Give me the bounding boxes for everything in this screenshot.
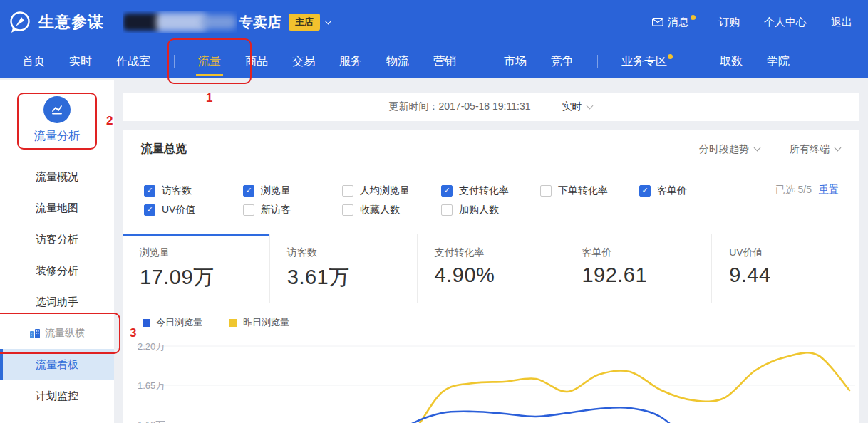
checkbox-checked-icon[interactable]: ✓ — [144, 185, 155, 197]
header-link-消息[interactable]: 消息 — [652, 16, 694, 29]
brand-logo[interactable]: 生意参谋 — [7, 9, 104, 35]
checkbox-checked-icon[interactable]: ✓ — [639, 185, 651, 197]
metric-label: 访客数 — [287, 246, 417, 259]
sidebar-item-装修分析[interactable]: 装修分析 — [0, 255, 114, 286]
filter-checkbox-支付转化率[interactable]: ✓支付转化率 — [441, 184, 540, 197]
nav-item-物流[interactable]: 物流 — [374, 44, 421, 78]
selected-count: 已选 5/5 — [775, 184, 812, 197]
header-link-个人中心[interactable]: 个人中心 — [764, 16, 807, 29]
filter-label: 收藏人数 — [360, 204, 400, 216]
nav-item-商品[interactable]: 商品 — [233, 44, 280, 78]
annotation-number-2: 2 — [106, 114, 113, 128]
sidebar-item-流量纵横[interactable]: 流量纵横 — [0, 318, 114, 349]
checkbox-unchecked-icon[interactable]: ✓ — [342, 185, 353, 197]
shop-switch-chevron-icon[interactable] — [325, 17, 332, 24]
nav-item-首页[interactable]: 首页 — [10, 44, 57, 78]
metric-value: 192.61 — [582, 263, 711, 287]
dropdown-分时段趋势[interactable]: 分时段趋势 — [699, 143, 760, 156]
nav-divider — [480, 55, 480, 68]
mail-icon — [652, 18, 663, 26]
nav-item-服务[interactable]: 服务 — [327, 44, 374, 78]
metric-value: 3.61万 — [287, 263, 417, 292]
header-link-订购[interactable]: 订购 — [718, 16, 740, 29]
filter-checkbox-浏览量[interactable]: ✓浏览量 — [243, 184, 342, 197]
metric-card-支付转化率[interactable]: 支付转化率4.90% — [418, 234, 565, 303]
compass-icon — [7, 9, 33, 35]
header-link-label: 订购 — [718, 16, 740, 29]
chevron-down-icon — [835, 145, 842, 152]
filter-checkbox-新访客[interactable]: ✓新访客 — [243, 204, 342, 216]
filter-checkbox-下单转化率[interactable]: ✓下单转化率 — [540, 184, 639, 197]
filter-row-2: ✓UV价值✓新访客✓收藏人数✓加购人数 — [144, 200, 840, 219]
nav-item-取数[interactable]: 取数 — [708, 44, 755, 78]
nav-item-交易[interactable]: 交易 — [280, 44, 327, 78]
checkbox-unchecked-icon[interactable]: ✓ — [243, 204, 254, 216]
nav-item-业务专区[interactable]: 业务专区 — [609, 44, 684, 78]
metric-label: 客单价 — [582, 246, 711, 259]
header-links: 消息订购个人中心退出 — [652, 16, 852, 29]
nav-item-学院[interactable]: 学院 — [755, 44, 802, 78]
traffic-overview-panel: 流量总览 分时段趋势所有终端 已选 5/5 重置 ✓访客数✓浏览量✓人均浏览量✓… — [123, 130, 859, 423]
header-link-label: 个人中心 — [764, 16, 807, 29]
dropdown-所有终端[interactable]: 所有终端 — [790, 143, 840, 156]
checkbox-unchecked-icon[interactable]: ✓ — [540, 185, 552, 197]
sidebar-item-流量地图[interactable]: 流量地图 — [0, 192, 114, 224]
filter-checkbox-收藏人数[interactable]: ✓收藏人数 — [342, 204, 441, 216]
buildings-icon — [29, 328, 41, 339]
checkbox-checked-icon[interactable]: ✓ — [144, 204, 155, 216]
legend-昨日浏览量[interactable]: 昨日浏览量 — [229, 316, 289, 329]
filter-checkbox-加购人数[interactable]: ✓加购人数 — [441, 204, 540, 216]
legend-今日浏览量[interactable]: 今日浏览量 — [143, 316, 202, 329]
filter-label: 客单价 — [657, 184, 687, 197]
nav-divider — [597, 55, 598, 68]
panel-controls: 分时段趋势所有终端 — [699, 143, 840, 156]
filter-checkbox-客单价[interactable]: ✓客单价 — [639, 184, 738, 197]
legend-swatch — [143, 319, 150, 327]
sidebar-item-选词助手[interactable]: 选词助手 — [0, 286, 114, 318]
annotation-number-3: 3 — [130, 326, 136, 340]
realtime-dropdown[interactable]: 实时 — [562, 100, 592, 113]
sidebar-item-label: 流量纵横 — [45, 327, 85, 340]
checkbox-unchecked-icon[interactable]: ✓ — [441, 204, 453, 216]
metric-filters: 已选 5/5 重置 ✓访客数✓浏览量✓人均浏览量✓支付转化率✓下单转化率✓客单价… — [123, 169, 859, 224]
checkbox-unchecked-icon[interactable]: ✓ — [342, 204, 353, 216]
nav-item-实时[interactable]: 实时 — [57, 44, 104, 78]
checkbox-checked-icon[interactable]: ✓ — [441, 185, 453, 197]
sidebar-item-label: 计划监控 — [36, 390, 78, 403]
sidebar-item-label: 流量概况 — [36, 170, 78, 184]
metric-value: 17.09万 — [140, 263, 269, 292]
sidebar-item-label: 访客分析 — [36, 233, 78, 246]
sidebar-item-流量看板[interactable]: 流量看板 — [0, 349, 114, 380]
sidebar-item-访客分析[interactable]: 访客分析 — [0, 224, 114, 255]
nav-divider — [696, 55, 696, 68]
metric-card-浏览量[interactable]: 浏览量17.09万 — [123, 234, 270, 303]
dropdown-label: 分时段趋势 — [699, 143, 749, 156]
nav-item-作战室[interactable]: 作战室 — [104, 44, 162, 78]
unread-dot — [691, 15, 696, 20]
nav-item-市场[interactable]: 市场 — [492, 44, 539, 78]
reset-button[interactable]: 重置 — [819, 184, 839, 197]
metric-card-客单价[interactable]: 客单价192.61 — [564, 234, 712, 303]
sidebar-item-label: 流量地图 — [36, 202, 78, 215]
sidebar-item-计划监控[interactable]: 计划监控 — [0, 380, 114, 412]
filter-label: 访客数 — [162, 184, 192, 197]
metric-card-访客数[interactable]: 访客数3.61万 — [270, 234, 418, 303]
nav-item-营销[interactable]: 营销 — [421, 44, 468, 78]
filter-checkbox-访客数[interactable]: ✓访客数 — [144, 184, 243, 197]
main-content: 更新时间：2017-05-18 19:11:31 实时 流量总览 分时段趋势所有… — [114, 80, 868, 423]
filter-checkbox-UV价值[interactable]: ✓UV价值 — [144, 204, 243, 216]
nav-item-流量[interactable]: 流量 — [186, 44, 233, 78]
filter-checkbox-人均浏览量[interactable]: ✓人均浏览量 — [342, 184, 441, 197]
metric-card-UV价值[interactable]: UV价值9.44 — [712, 234, 859, 303]
nav-divider — [174, 55, 175, 68]
shop-name-redacted — [123, 11, 237, 33]
checkbox-checked-icon[interactable]: ✓ — [243, 185, 254, 197]
sidebar-item-流量概况[interactable]: 流量概况 — [0, 161, 114, 192]
legend-swatch — [229, 319, 237, 327]
nav-item-竞争[interactable]: 竞争 — [539, 44, 586, 78]
header-link-退出[interactable]: 退出 — [831, 16, 852, 29]
sidebar-item-label: 选词助手 — [36, 296, 78, 309]
redaction-blob — [156, 13, 206, 31]
header-divider — [113, 14, 113, 31]
sidebar-section-traffic-analysis[interactable]: 流量分析 — [23, 94, 91, 148]
